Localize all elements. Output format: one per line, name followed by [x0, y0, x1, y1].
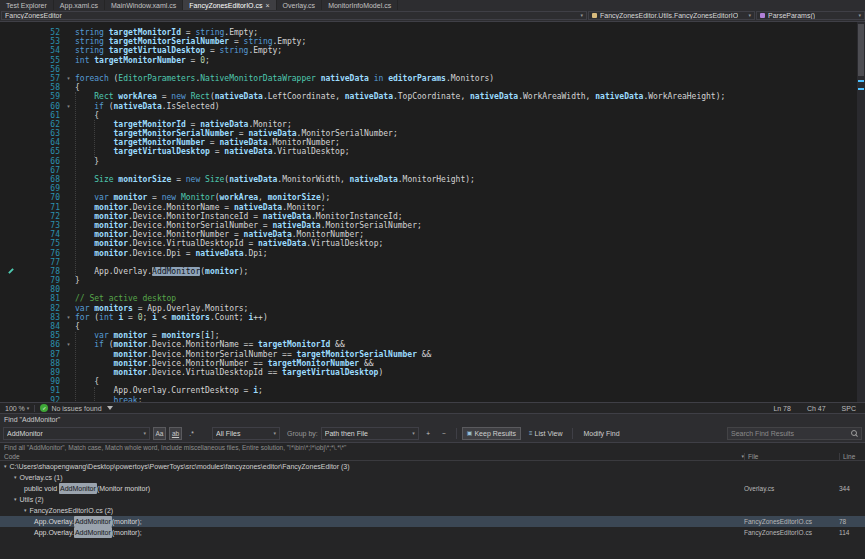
filter-icon[interactable] — [107, 406, 113, 410]
fold-icon[interactable]: ▾ — [62, 74, 75, 83]
group-label: FancyZonesEditorIO.cs (2) — [30, 505, 114, 516]
line-number[interactable]: 71 — [16, 203, 62, 212]
line-number[interactable]: 76 — [16, 249, 62, 258]
line-number[interactable]: 81 — [16, 294, 62, 303]
line-number[interactable]: 78 — [16, 267, 62, 276]
tab-test-explorer[interactable]: Test Explorer — [0, 0, 54, 10]
tree-expander-icon[interactable]: ▾ — [4, 464, 7, 469]
close-icon[interactable]: × — [265, 2, 269, 9]
tab-overlay-cs[interactable]: Overlay.cs — [277, 0, 323, 10]
line-number[interactable]: 55 — [16, 56, 62, 65]
line-number[interactable]: 63 — [16, 129, 62, 138]
scope-dropdown[interactable]: All Files ▾ — [212, 427, 280, 440]
type-dropdown[interactable]: FancyZonesEditor.Utils.FancyZonesEditorI… — [588, 11, 755, 20]
line-number[interactable]: 56 — [16, 65, 62, 74]
line-number[interactable]: 77 — [16, 258, 62, 267]
find-group-row[interactable]: ▾FancyZonesEditorIO.cs (2) — [0, 505, 865, 516]
tab-monitorinfomodel-cs[interactable]: MonitorInfoModel.cs — [322, 0, 398, 10]
column-header-file[interactable]: File — [744, 453, 839, 460]
scrollbar-thumb[interactable] — [858, 24, 864, 76]
document-health-indicator[interactable]: ✓ No issues found — [40, 404, 101, 412]
line-number[interactable]: 87 — [16, 350, 62, 359]
modify-find-button[interactable]: Modify Find — [578, 427, 624, 440]
code-line: 69 — [0, 184, 865, 193]
code-token — [75, 92, 94, 101]
list-view-toggle[interactable]: ≡ List View — [524, 427, 567, 440]
line-number[interactable]: 59 — [16, 92, 62, 101]
line-number[interactable]: 67 — [16, 166, 62, 175]
result-text: public void — [24, 483, 59, 494]
match-case-button[interactable]: Aa — [153, 427, 166, 440]
column-header-line[interactable]: Line — [839, 453, 865, 460]
find-query-combo[interactable]: AddMonitor ▾ — [3, 427, 150, 440]
line-number[interactable]: 74 — [16, 230, 62, 239]
tree-expander-icon[interactable]: ▾ — [14, 475, 17, 480]
line-number[interactable]: 69 — [16, 184, 62, 193]
gutter-margin — [0, 377, 16, 386]
line-number[interactable]: 60 — [16, 102, 62, 111]
code-text: targetVirtualDesktop = nativeData.Virtua… — [75, 147, 865, 156]
tab-mainwindow-xaml-cs[interactable]: MainWindow.xaml.cs — [105, 0, 183, 10]
collapse-all-button[interactable]: − — [438, 427, 451, 440]
line-number[interactable]: 58 — [16, 83, 62, 92]
line-number[interactable]: 88 — [16, 359, 62, 368]
line-number[interactable]: 66 — [16, 157, 62, 166]
tab-app-xaml-cs[interactable]: App.xaml.cs — [54, 0, 105, 10]
find-result-row[interactable]: App.Overlay.AddMonitor(monitor);FancyZon… — [0, 527, 865, 538]
chevron-down-icon: ▾ — [580, 13, 583, 18]
tree-expander-icon[interactable]: ▾ — [14, 497, 17, 502]
find-group-row[interactable]: ▾Utils (2) — [0, 494, 865, 505]
line-number[interactable]: 75 — [16, 239, 62, 248]
gutter-margin — [0, 267, 16, 276]
line-number[interactable]: 80 — [16, 285, 62, 294]
line-number[interactable]: 68 — [16, 175, 62, 184]
line-number[interactable]: 72 — [16, 212, 62, 221]
zoom-control[interactable]: 100 % ▾ — [5, 405, 29, 412]
whole-word-button[interactable]: ab — [169, 427, 182, 440]
result-file-cell: FancyZonesEditorIO.cs — [744, 527, 839, 538]
line-number[interactable]: 57 — [16, 74, 62, 83]
line-number[interactable]: 64 — [16, 138, 62, 147]
line-number[interactable]: 82 — [16, 304, 62, 313]
column-header-code[interactable]: Code ▾ — [0, 453, 744, 460]
fold-icon[interactable]: ▾ — [62, 340, 75, 349]
line-number[interactable]: 62 — [16, 120, 62, 129]
group-by-dropdown[interactable]: Path then File ▾ — [321, 427, 419, 440]
line-number[interactable]: 54 — [16, 46, 62, 55]
expand-all-button[interactable]: + — [422, 427, 435, 440]
tree-expander-icon[interactable]: ▾ — [24, 508, 27, 513]
line-number[interactable]: 79 — [16, 276, 62, 285]
member-dropdown[interactable]: ParseParams() ▾ — [756, 11, 865, 20]
editor-scrollbar[interactable] — [857, 22, 865, 402]
line-number[interactable]: 89 — [16, 368, 62, 377]
gutter-margin — [0, 111, 16, 120]
chevron-down-icon: ▾ — [273, 431, 276, 436]
code-editor[interactable]: 52string targetMonitorId = string.Empty;… — [0, 22, 865, 402]
regex-button[interactable]: .* — [185, 427, 198, 440]
line-number[interactable]: 85 — [16, 331, 62, 340]
keep-results-toggle[interactable]: ▣ Keep Results — [462, 427, 521, 440]
tab-fancyzoneseditorio-cs[interactable]: FancyZonesEditorIO.cs× — [183, 0, 276, 10]
line-number[interactable]: 52 — [16, 28, 62, 37]
project-dropdown[interactable]: FancyZonesEditor ▾ — [1, 11, 587, 20]
find-group-row[interactable]: ▾C:\Users\shaopengwang\Desktop\powertoys… — [0, 461, 865, 472]
line-number[interactable]: 92 — [16, 396, 62, 403]
fold-icon[interactable]: ▾ — [62, 313, 75, 322]
find-group-row[interactable]: ▾Overlay.cs (1) — [0, 472, 865, 483]
line-number[interactable]: 90 — [16, 377, 62, 386]
line-number[interactable]: 83 — [16, 313, 62, 322]
line-number[interactable]: 61 — [16, 111, 62, 120]
line-number[interactable]: 73 — [16, 221, 62, 230]
search-find-results-box[interactable] — [727, 427, 862, 440]
line-number[interactable]: 53 — [16, 37, 62, 46]
line-number[interactable]: 84 — [16, 322, 62, 331]
line-number[interactable]: 86 — [16, 340, 62, 349]
fold-icon[interactable]: ▾ — [62, 102, 75, 111]
find-result-row[interactable]: App.Overlay.AddMonitor(monitor);FancyZon… — [0, 516, 865, 527]
line-number[interactable]: 91 — [16, 386, 62, 395]
find-results-panel: Find "AddMonitor" AddMonitor ▾ Aa ab .* … — [0, 413, 865, 559]
line-number[interactable]: 65 — [16, 147, 62, 156]
search-find-results-input[interactable] — [731, 430, 849, 437]
line-number[interactable]: 70 — [16, 193, 62, 202]
find-result-row[interactable]: public void AddMonitor(Monitor monitor)O… — [0, 483, 865, 494]
